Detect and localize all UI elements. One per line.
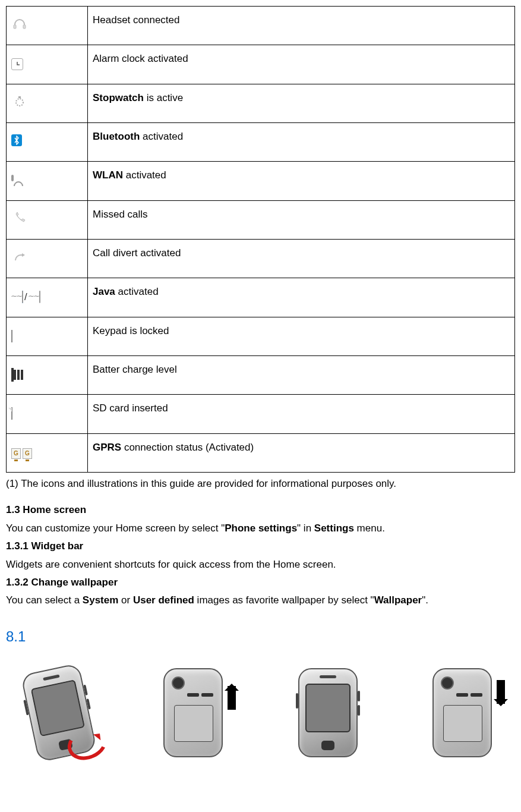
bluetooth-icon: [11, 134, 22, 146]
icon-description: SD card inserted: [93, 402, 168, 414]
icon-description: Missed calls: [93, 209, 148, 220]
icon-description-bold: Stopwatch: [93, 92, 144, 103]
table-row: Keypad is locked: [7, 317, 515, 355]
table-row: Headset connected: [7, 7, 515, 45]
sd-card-icon: [11, 407, 12, 420]
phone-illustration-3: [277, 659, 378, 766]
icon-description-rest: activated: [123, 169, 166, 181]
icon-description: Batter charge level: [93, 364, 177, 375]
icon-description-rest: activated: [115, 286, 159, 297]
icon-description: Call divert activated: [93, 247, 181, 259]
alarm-icon: [11, 58, 23, 70]
footnote-1: (1) The icons and illustrations in this …: [6, 476, 515, 492]
section-1-3-2-title: 1.3.2 Change wallpaper: [6, 575, 515, 590]
missed-calls-icon: [11, 211, 28, 224]
down-arrow-icon: [497, 680, 505, 704]
table-row: Batter charge level: [7, 356, 515, 395]
up-arrow-icon: [228, 686, 236, 710]
table-row: Bluetooth activated: [7, 123, 515, 162]
svg-rect-3: [18, 96, 21, 98]
icon-description-bold: Java: [93, 286, 115, 297]
icon-description-rest: connection status (Activated): [121, 442, 254, 453]
section-1-3-1-title: 1.3.1 Widget bar: [6, 539, 515, 554]
svg-rect-0: [14, 25, 16, 29]
phone-illustration-4: [412, 659, 513, 766]
section-number-link[interactable]: 8.1: [6, 625, 515, 647]
table-row: Missed calls: [7, 200, 515, 239]
icon-description-bold: Bluetooth: [93, 131, 140, 142]
battery-level-icon: [11, 368, 14, 382]
gprs-icon: G G: [11, 448, 32, 461]
section-1-3-2-body: You can select a System or User defined …: [6, 593, 515, 608]
table-row: G G GPRS connection status (Activated): [7, 433, 515, 472]
table-row: ⁓⁓ / ⁓⁓ Java activated: [7, 278, 515, 317]
phone-illustration-2: [143, 659, 244, 766]
table-row: SD card inserted: [7, 395, 515, 433]
java-icon: ⁓⁓ / ⁓⁓: [11, 289, 83, 305]
icon-description-rest: is active: [144, 92, 183, 103]
phone-illustration-1: [8, 659, 109, 766]
svg-point-2: [16, 99, 23, 106]
section-1-3-1-body: Widgets are convenient shortcuts for qui…: [6, 557, 515, 572]
call-divert-icon: [11, 251, 28, 264]
icon-description: Alarm clock activated: [93, 53, 188, 64]
icon-description: Keypad is locked: [93, 325, 169, 336]
table-row: Call divert activated: [7, 240, 515, 278]
table-row: WLAN activated: [7, 162, 515, 200]
keypad-locked-icon: [11, 330, 12, 342]
icon-description-bold: WLAN: [93, 169, 123, 181]
table-row: Stopwatch is active: [7, 84, 515, 122]
icon-description-rest: activated: [140, 131, 183, 142]
icon-description: Headset connected: [93, 14, 180, 26]
stopwatch-icon: [11, 95, 28, 108]
table-row: Alarm clock activated: [7, 45, 515, 84]
status-icons-table: Headset connected Alarm clock activated …: [6, 6, 515, 473]
section-1-3-body: You can customize your Home screen by se…: [6, 521, 515, 536]
section-1-3-title: 1.3 Home screen: [6, 502, 515, 518]
icon-description-bold: GPRS: [93, 442, 121, 453]
headset-icon: [11, 17, 28, 30]
phone-illustrations-row: [6, 659, 515, 766]
svg-rect-1: [23, 25, 26, 29]
